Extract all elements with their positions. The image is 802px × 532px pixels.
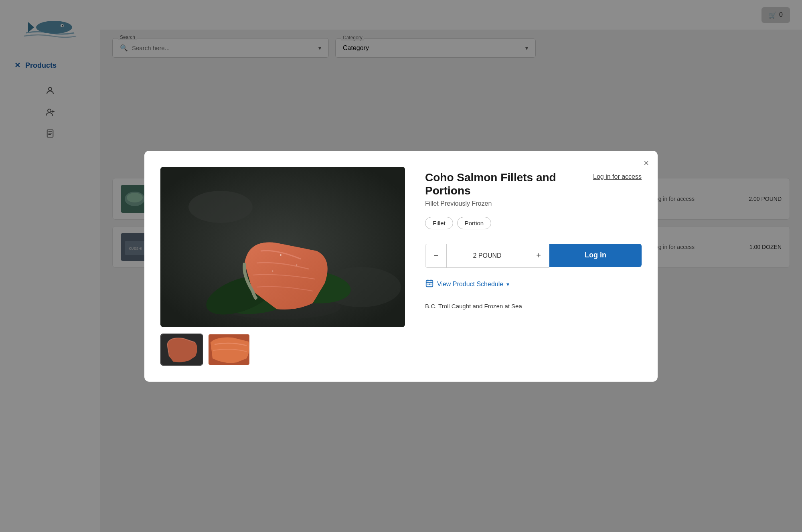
thumbnail-item[interactable] bbox=[160, 334, 203, 366]
schedule-link[interactable]: View Product Schedule ▾ bbox=[425, 279, 642, 290]
modal-close-button[interactable]: × bbox=[644, 158, 649, 168]
login-button[interactable]: Log in bbox=[549, 244, 642, 267]
modal-overlay: × bbox=[0, 0, 802, 532]
quantity-control: − 2 POUND + bbox=[425, 244, 549, 268]
modal-body: Coho Salmon Fillets and Portions Fillet … bbox=[144, 151, 658, 382]
tag-portion[interactable]: Portion bbox=[457, 217, 492, 229]
product-title-block: Coho Salmon Fillets and Portions Fillet … bbox=[425, 171, 593, 207]
modal-image-section bbox=[160, 167, 405, 366]
svg-point-22 bbox=[280, 254, 282, 256]
plus-icon: + bbox=[536, 251, 541, 260]
quantity-decrement-button[interactable]: − bbox=[425, 244, 446, 267]
svg-point-28 bbox=[427, 283, 429, 285]
product-detail-subtitle: Fillet Previously Frozen bbox=[425, 200, 593, 207]
modal-info-section: Coho Salmon Fillets and Portions Fillet … bbox=[425, 167, 642, 366]
product-description: B.C. Troll Caught and Frozen at Sea bbox=[425, 303, 642, 309]
close-icon: × bbox=[644, 158, 649, 168]
quantity-increment-button[interactable]: + bbox=[528, 244, 549, 267]
tag-fillet[interactable]: Fillet bbox=[425, 217, 453, 229]
modal-header-row: Coho Salmon Fillets and Portions Fillet … bbox=[425, 171, 642, 207]
product-title: Coho Salmon Fillets and Portions bbox=[425, 171, 593, 198]
svg-point-23 bbox=[296, 264, 298, 265]
product-tags: Fillet Portion bbox=[425, 217, 642, 229]
chevron-down-icon: ▾ bbox=[506, 281, 509, 287]
action-row: − 2 POUND + Log in bbox=[425, 244, 642, 268]
thumbnail-item[interactable] bbox=[208, 334, 250, 366]
svg-point-29 bbox=[429, 283, 430, 285]
login-access-link[interactable]: Log in for access bbox=[593, 173, 642, 180]
calendar-icon bbox=[425, 279, 434, 290]
main-product-image bbox=[160, 167, 405, 327]
product-modal: × bbox=[144, 151, 658, 382]
quantity-value: 2 POUND bbox=[446, 244, 528, 267]
schedule-link-label: View Product Schedule bbox=[437, 281, 503, 288]
minus-icon: − bbox=[433, 251, 438, 260]
svg-point-30 bbox=[430, 283, 431, 285]
svg-point-15 bbox=[188, 191, 253, 223]
thumbnail-row bbox=[160, 334, 405, 366]
svg-point-24 bbox=[272, 270, 273, 271]
